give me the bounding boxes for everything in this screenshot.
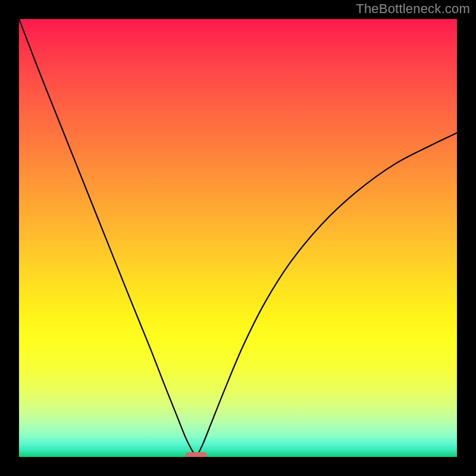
plot-area <box>19 19 457 457</box>
minimum-marker <box>186 452 207 457</box>
curve-right-branch <box>196 133 457 457</box>
chart-frame: TheBottleneck.com <box>0 0 476 476</box>
curve-left-branch <box>19 19 196 457</box>
bottleneck-curve <box>19 19 457 457</box>
watermark-text: TheBottleneck.com <box>356 1 470 17</box>
